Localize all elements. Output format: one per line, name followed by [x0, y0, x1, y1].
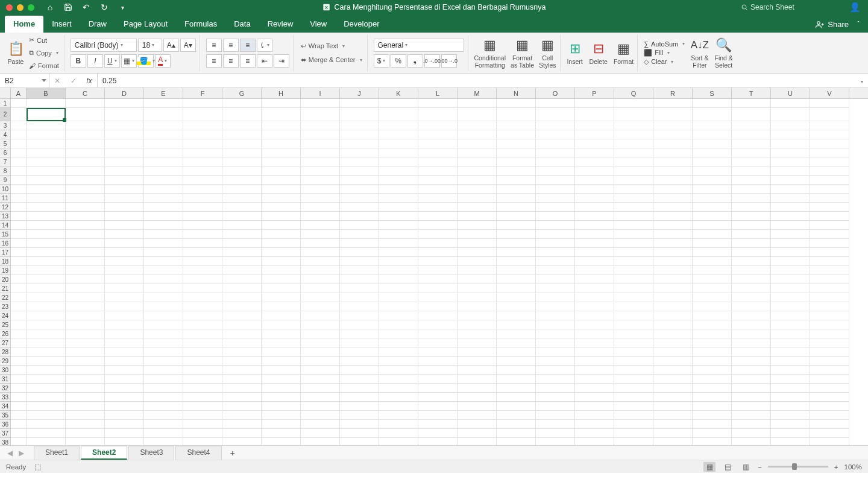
- cell-S25[interactable]: [693, 320, 732, 329]
- cell-I35[interactable]: [301, 411, 340, 420]
- cell-E12[interactable]: [144, 203, 183, 212]
- align-top-button[interactable]: ≡: [206, 39, 222, 52]
- cell-S17[interactable]: [693, 248, 732, 257]
- cell-D6[interactable]: [105, 148, 144, 157]
- cell-F5[interactable]: [183, 139, 222, 148]
- cell-F10[interactable]: [183, 185, 222, 194]
- cell-P34[interactable]: [575, 402, 614, 411]
- cell-F38[interactable]: [183, 438, 222, 445]
- cell-V33[interactable]: [810, 393, 849, 402]
- cell-V38[interactable]: [810, 438, 849, 445]
- cell-M31[interactable]: [458, 375, 497, 384]
- cell-L6[interactable]: [418, 148, 458, 157]
- cell-S7[interactable]: [693, 157, 732, 167]
- cell-J4[interactable]: [340, 130, 379, 139]
- cell-L14[interactable]: [418, 221, 458, 230]
- cell-J7[interactable]: [340, 157, 379, 167]
- cell-V2[interactable]: [810, 108, 849, 121]
- cell-P37[interactable]: [575, 429, 614, 438]
- zoom-level[interactable]: 100%: [844, 463, 862, 471]
- cell-K18[interactable]: [379, 257, 418, 266]
- cell-A8[interactable]: [11, 167, 27, 176]
- cell-A21[interactable]: [11, 284, 27, 293]
- cell-U25[interactable]: [771, 320, 810, 329]
- cell-T30[interactable]: [732, 366, 771, 375]
- col-header-F[interactable]: F: [183, 88, 222, 98]
- cell-N29[interactable]: [497, 357, 536, 366]
- home-icon[interactable]: ⌂: [45, 2, 55, 12]
- cell-M13[interactable]: [458, 212, 497, 221]
- cell-T2[interactable]: [732, 108, 771, 121]
- cell-R31[interactable]: [653, 375, 693, 384]
- cell-V26[interactable]: [810, 329, 849, 338]
- cell-J22[interactable]: [340, 293, 379, 302]
- cell-A5[interactable]: [11, 139, 27, 148]
- cell-C9[interactable]: [66, 176, 105, 185]
- cell-F14[interactable]: [183, 221, 222, 230]
- select-all-corner[interactable]: [0, 88, 11, 99]
- cell-I1[interactable]: [301, 99, 340, 108]
- cell-U36[interactable]: [771, 420, 810, 429]
- cell-styles-button[interactable]: ▦ CellStyles: [539, 37, 556, 69]
- cell-O13[interactable]: [536, 212, 575, 221]
- cell-R5[interactable]: [653, 139, 693, 148]
- cell-V20[interactable]: [810, 275, 849, 284]
- cell-L38[interactable]: [418, 438, 458, 445]
- cell-C25[interactable]: [66, 320, 105, 329]
- cell-U11[interactable]: [771, 194, 810, 203]
- cell-N18[interactable]: [497, 257, 536, 266]
- cell-K9[interactable]: [379, 176, 418, 185]
- cell-G24[interactable]: [222, 311, 262, 320]
- cell-V22[interactable]: [810, 293, 849, 302]
- cell-J9[interactable]: [340, 176, 379, 185]
- cell-M17[interactable]: [458, 248, 497, 257]
- cell-B36[interactable]: [27, 420, 66, 429]
- tab-data[interactable]: Data: [225, 16, 259, 33]
- cell-F35[interactable]: [183, 411, 222, 420]
- cell-V24[interactable]: [810, 311, 849, 320]
- cell-D23[interactable]: [105, 302, 144, 311]
- cell-V23[interactable]: [810, 302, 849, 311]
- cell-H15[interactable]: [262, 230, 301, 239]
- cell-J6[interactable]: [340, 148, 379, 157]
- cell-E35[interactable]: [144, 411, 183, 420]
- cell-O35[interactable]: [536, 411, 575, 420]
- cell-E30[interactable]: [144, 366, 183, 375]
- cell-H34[interactable]: [262, 402, 301, 411]
- cell-C10[interactable]: [66, 185, 105, 194]
- cell-H11[interactable]: [262, 194, 301, 203]
- cell-S16[interactable]: [693, 239, 732, 248]
- cell-P18[interactable]: [575, 257, 614, 266]
- cell-G15[interactable]: [222, 230, 262, 239]
- cell-V12[interactable]: [810, 203, 849, 212]
- cell-K10[interactable]: [379, 185, 418, 194]
- cell-E38[interactable]: [144, 438, 183, 445]
- col-header-I[interactable]: I: [301, 88, 340, 98]
- cell-N22[interactable]: [497, 293, 536, 302]
- cell-C19[interactable]: [66, 266, 105, 275]
- cell-D14[interactable]: [105, 221, 144, 230]
- cell-U27[interactable]: [771, 338, 810, 347]
- cell-O10[interactable]: [536, 185, 575, 194]
- tab-insert[interactable]: Insert: [43, 16, 80, 33]
- cell-D32[interactable]: [105, 384, 144, 393]
- sheet-tab-sheet3[interactable]: Sheet3: [128, 446, 174, 460]
- cell-E9[interactable]: [144, 176, 183, 185]
- cell-M7[interactable]: [458, 157, 497, 167]
- cell-D25[interactable]: [105, 320, 144, 329]
- cell-N30[interactable]: [497, 366, 536, 375]
- cell-P3[interactable]: [575, 121, 614, 130]
- cell-L30[interactable]: [418, 366, 458, 375]
- cell-D10[interactable]: [105, 185, 144, 194]
- autosum-button[interactable]: ∑AutoSum: [644, 40, 685, 48]
- cell-C15[interactable]: [66, 230, 105, 239]
- cell-B31[interactable]: [27, 375, 66, 384]
- cell-O33[interactable]: [536, 393, 575, 402]
- cell-H38[interactable]: [262, 438, 301, 445]
- cell-G9[interactable]: [222, 176, 262, 185]
- row-header-9[interactable]: 9: [0, 176, 10, 185]
- bold-button[interactable]: B: [71, 54, 86, 68]
- row-header-23[interactable]: 23: [0, 302, 10, 311]
- cell-B35[interactable]: [27, 411, 66, 420]
- cell-J25[interactable]: [340, 320, 379, 329]
